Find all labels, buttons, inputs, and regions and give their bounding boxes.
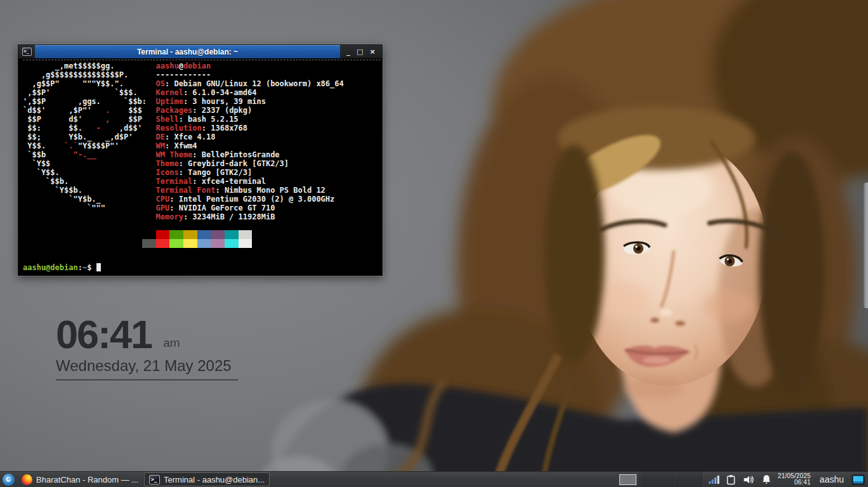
terminal-titlebar[interactable]: >_ Terminal - aashu@debian: ~ _ □ ×	[18, 45, 382, 58]
tray-clock[interactable]: 21/05/2025 06:41	[778, 473, 811, 486]
clock-time: 06:41	[56, 315, 152, 354]
system-tray	[702, 474, 777, 485]
firefox-icon	[22, 474, 32, 485]
hidden-menubar-indicator	[23, 60, 381, 60]
network-signal-icon[interactable]	[708, 474, 720, 484]
close-button[interactable]: ×	[370, 48, 376, 55]
display-settings-button[interactable]	[852, 474, 865, 485]
user-label: aashu	[820, 474, 844, 484]
window-controls: _ □ ×	[340, 45, 382, 58]
clock-meridiem: am	[163, 336, 180, 350]
taskbar-item-label: BharatChan - Random — ...	[36, 475, 138, 484]
taskbar-item-firefox[interactable]: BharatChan - Random — ...	[17, 472, 144, 487]
maximize-button[interactable]: □	[357, 48, 363, 55]
volume-icon[interactable]	[742, 474, 755, 485]
panel-segment	[640, 472, 673, 487]
terminal-window: >_ Terminal - aashu@debian: ~ _ □ × _,me…	[18, 44, 383, 276]
screen-edge-highlight	[864, 183, 868, 308]
taskbar-item-terminal[interactable]: >_ Terminal - aashu@debian...	[144, 472, 270, 486]
workspace-switcher[interactable]	[619, 474, 636, 485]
taskbar: BharatChan - Random — ... >_ Terminal - …	[0, 471, 868, 487]
shell-prompt: aashu@debian:~$	[23, 263, 101, 272]
clipboard-icon[interactable]	[726, 474, 736, 485]
notifications-bell-icon[interactable]	[761, 474, 772, 485]
tray-time: 06:41	[778, 479, 811, 486]
terminal-output: _,met$$$$$gg. aashu@debian ,g$$$$$$$$$$$…	[23, 62, 382, 248]
taskbar-item-label: Terminal - aashu@debian...	[164, 475, 265, 484]
debian-logo-icon	[3, 474, 15, 486]
clock-widget: 06:41 am Wednesday, 21 May 2025	[56, 315, 238, 380]
monitor-icon	[852, 474, 865, 485]
window-title: Terminal - aashu@debian: ~	[35, 45, 340, 58]
terminal-icon: >_	[149, 475, 160, 484]
clock-date: Wednesday, 21 May 2025	[56, 357, 238, 380]
titlebar-icon-area: >_	[18, 45, 35, 58]
terminal-content[interactable]: _,met$$$$$gg. aashu@debian ,g$$$$$$$$$$$…	[18, 58, 382, 275]
panel-segment	[674, 472, 702, 487]
applications-menu-button[interactable]	[0, 472, 17, 487]
terminal-icon: >_	[22, 48, 32, 56]
minimize-button[interactable]: _	[346, 48, 350, 55]
